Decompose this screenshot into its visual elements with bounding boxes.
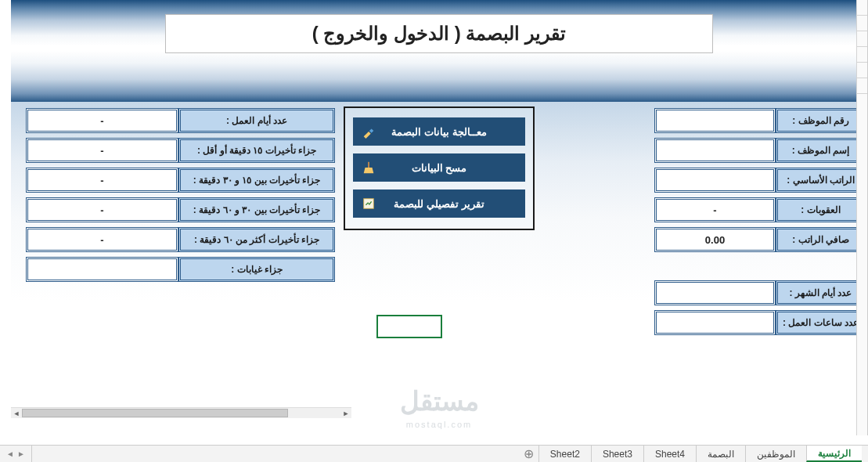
report-icon — [361, 196, 376, 211]
tab-fingerprint[interactable]: البصمة — [696, 446, 745, 462]
process-label: معــالجة بيانات البصمة — [391, 126, 486, 138]
tab-nav-prev-icon[interactable]: ◄ — [6, 449, 14, 460]
label-absences: جزاء غيابات : — [178, 257, 335, 282]
field-emp-name: إسم الموظف : — [653, 138, 866, 163]
label-work-hours: عدد ساعات العمل : — [776, 310, 866, 335]
value-late15-30[interactable]: - — [26, 168, 178, 193]
spacer — [653, 257, 866, 280]
add-sheet-button[interactable]: ⊕ — [520, 446, 538, 462]
label-emp-no: رقم الموظف : — [776, 108, 866, 133]
label-net-salary: صافي الراتب : — [776, 227, 866, 252]
value-work-days[interactable]: - — [26, 108, 178, 133]
left-column: عدد أيام العمل : - جزاء تأخيرات ١٥ دقيقة… — [22, 108, 335, 287]
value-penalties[interactable]: - — [654, 197, 776, 222]
watermark: مستقل — [400, 385, 479, 417]
tabs-container: الرئيسية الموظفين البصمة Sheet4 Sheet3 S… — [32, 446, 868, 462]
field-late30-60: جزاء تأخيرات بين ٣٠ و ٦٠ دقيقة : - — [22, 197, 335, 222]
detailed-report-button[interactable]: تقرير تفصيلي للبصمة — [353, 189, 525, 218]
field-absences: جزاء غيابات : — [22, 257, 335, 282]
label-late15: جزاء تأخيرات ١٥ دقيقة أو أقل : — [178, 138, 335, 163]
label-penalties: العقوبات : — [776, 197, 866, 222]
content-area: رقم الموظف : إسم الموظف : الراتب الأساسي… — [11, 102, 867, 435]
tab-sheet3[interactable]: Sheet3 — [591, 446, 643, 462]
clear-label: مسح البيانات — [412, 162, 467, 174]
title-box: تقرير البصمة ( الدخول والخروج ) — [165, 14, 713, 53]
value-work-hours[interactable] — [654, 310, 776, 335]
field-month-days: عدد أيام الشهر : — [653, 280, 866, 305]
tab-main[interactable]: الرئيسية — [806, 446, 862, 462]
header-band: تقرير البصمة ( الدخول والخروج ) — [11, 0, 867, 102]
value-emp-name[interactable] — [654, 138, 776, 163]
field-penalties: العقوبات : - — [653, 197, 866, 222]
field-late15-30: جزاء تأخيرات بين ١٥ و ٣٠ دقيقة : - — [22, 168, 335, 193]
selected-cell[interactable] — [376, 315, 442, 338]
grid-edge — [856, 0, 867, 435]
scroll-thumb[interactable] — [22, 409, 288, 417]
scroll-right-arrow-icon[interactable]: ► — [340, 408, 351, 419]
process-fingerprint-button[interactable]: معــالجة بيانات البصمة — [353, 117, 525, 146]
value-absences[interactable] — [26, 257, 178, 282]
field-work-hours: عدد ساعات العمل : — [653, 310, 866, 335]
label-work-days: عدد أيام العمل : — [178, 108, 335, 133]
label-base-salary: الراتب الأساسي : — [776, 168, 866, 193]
sheet-tab-bar: ◄ ► الرئيسية الموظفين البصمة Sheet4 Shee… — [0, 445, 868, 462]
value-emp-no[interactable] — [654, 108, 776, 133]
scroll-left-arrow-icon[interactable]: ◄ — [11, 408, 22, 419]
value-late60[interactable]: - — [26, 227, 178, 252]
label-month-days: عدد أيام الشهر : — [776, 280, 866, 305]
tab-sheet4[interactable]: Sheet4 — [643, 446, 696, 462]
field-net-salary: صافي الراتب : 0.00 — [653, 227, 866, 252]
tab-sheet2[interactable]: Sheet2 — [538, 446, 591, 462]
tab-employees[interactable]: الموظفين — [745, 446, 806, 462]
label-late30-60: جزاء تأخيرات بين ٣٠ و ٦٠ دقيقة : — [178, 197, 335, 222]
field-base-salary: الراتب الأساسي : — [653, 168, 866, 193]
report-label: تقرير تفصيلي للبصمة — [394, 198, 484, 210]
broom-icon — [361, 160, 376, 175]
worksheet-area: تقرير البصمة ( الدخول والخروج ) رقم المو… — [11, 0, 868, 435]
field-late60: جزاء تأخيرات أكثر من ٦٠ دقيقة : - — [22, 227, 335, 252]
hammer-icon — [361, 124, 376, 139]
clear-data-button[interactable]: مسح البيانات — [353, 153, 525, 182]
field-emp-no: رقم الموظف : — [653, 108, 866, 133]
value-net-salary[interactable]: 0.00 — [654, 227, 776, 252]
actions-panel: معــالجة بيانات البصمة مسح البيانات تقري… — [344, 106, 535, 230]
tab-nav-next-icon[interactable]: ► — [17, 449, 25, 460]
page-title: تقرير البصمة ( الدخول والخروج ) — [182, 23, 697, 45]
label-late60: جزاء تأخيرات أكثر من ٦٠ دقيقة : — [178, 227, 335, 252]
field-work-days: عدد أيام العمل : - — [22, 108, 335, 133]
value-late15[interactable]: - — [26, 138, 178, 163]
label-late15-30: جزاء تأخيرات بين ١٥ و ٣٠ دقيقة : — [178, 168, 335, 193]
horizontal-scrollbar[interactable]: ◄ ► — [11, 407, 351, 418]
value-late30-60[interactable]: - — [26, 197, 178, 222]
value-base-salary[interactable] — [654, 168, 776, 193]
svg-rect-0 — [368, 162, 369, 168]
label-emp-name: إسم الموظف : — [776, 138, 866, 163]
right-column: رقم الموظف : إسم الموظف : الراتب الأساسي… — [653, 108, 866, 340]
tab-nav: ◄ ► — [0, 446, 32, 462]
value-month-days[interactable] — [654, 280, 776, 305]
field-late15: جزاء تأخيرات ١٥ دقيقة أو أقل : - — [22, 138, 335, 163]
watermark-sub: mostaql.com — [406, 420, 472, 429]
